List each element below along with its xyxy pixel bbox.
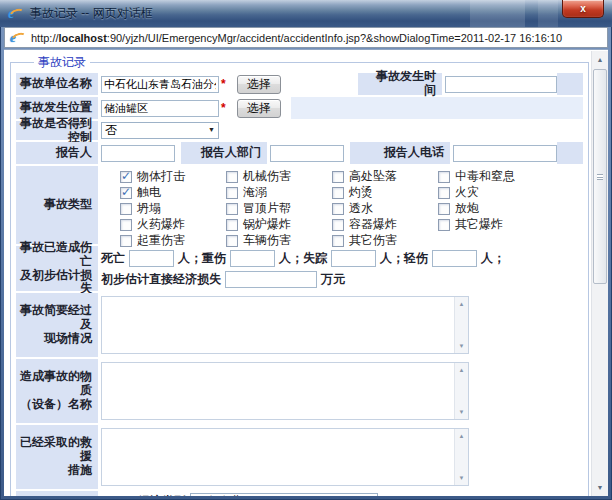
titlebar-glass-highlight xyxy=(470,0,525,27)
required-asterisk: * xyxy=(221,77,229,91)
accident-type-item: ✓ 锅炉爆炸 xyxy=(226,217,332,232)
textarea-scrollbar[interactable]: ▲ ▼ xyxy=(454,429,468,485)
ie-browser-icon: e xyxy=(8,6,24,22)
required-asterisk: * xyxy=(221,101,229,115)
accident-type-checkbox[interactable]: ✓ xyxy=(332,219,344,231)
scrollbar-up-button[interactable]: ▲ xyxy=(593,52,607,67)
economic-loss-line: 初步估计直接经济损失 万元 xyxy=(101,271,583,288)
accident-type-checkbox[interactable]: ✓ xyxy=(120,171,132,183)
accident-type-item: ✓ 机械伤害 xyxy=(226,169,332,184)
accident-type-checkbox[interactable]: ✓ xyxy=(120,187,132,199)
accident-type-item: ✓ 透水 xyxy=(332,201,438,216)
economy-type-select[interactable]: 国有企业 ▼ xyxy=(190,493,378,497)
serious-count-input[interactable] xyxy=(230,250,275,267)
reporter-dept-input[interactable] xyxy=(270,145,344,162)
textarea-scrollbar[interactable]: ▲ ▼ xyxy=(454,297,468,353)
close-button[interactable]: x xyxy=(562,0,604,18)
accident-type-checkbox[interactable]: ✓ xyxy=(332,171,344,183)
accident-type-item: ✓ 火灾 xyxy=(438,185,544,200)
scroll-up-icon[interactable]: ▲ xyxy=(455,430,468,442)
economy-type-row: 经济类型 国有企业 ▼ xyxy=(16,491,583,496)
dropdown-arrow-icon: ▼ xyxy=(208,126,215,133)
accident-type-item: ✓ 火药爆炸 xyxy=(120,217,226,232)
accident-type-checkbox[interactable]: ✓ xyxy=(226,203,238,215)
accident-type-item-label: 火灾 xyxy=(455,184,479,201)
accident-record-fieldset: 事故记录 事故单位名称 * 选择 事故发生时间 事故发生位置 * 选择 xyxy=(10,54,589,496)
controlled-select-value: 否 xyxy=(105,122,117,139)
accident-type-checkbox[interactable]: ✓ xyxy=(438,171,450,183)
rescue-label: 已经采取的救援措施 xyxy=(16,425,98,489)
material-textarea[interactable] xyxy=(102,363,454,419)
missing-count-input[interactable] xyxy=(331,250,376,267)
brief-label: 事故简要经过及现场情况 xyxy=(16,293,98,357)
accident-type-checkbox[interactable]: ✓ xyxy=(438,219,450,231)
dialog-window: e 事故记录 -- 网页对话框 x e http://localhost:90/… xyxy=(0,0,612,500)
brief-textarea-wrap: ▲ ▼ xyxy=(101,296,469,354)
accident-type-item-label: 冒顶片帮 xyxy=(243,200,291,217)
controlled-select[interactable]: 否 ▼ xyxy=(101,122,219,139)
accident-type-item: ✓ 冒顶片帮 xyxy=(226,201,332,216)
location-select-button[interactable]: 选择 xyxy=(237,99,281,118)
titlebar-glass-highlight xyxy=(538,0,558,27)
accident-type-checkbox[interactable]: ✓ xyxy=(226,219,238,231)
accident-type-checkbox[interactable]: ✓ xyxy=(226,187,238,199)
minor-label: 轻伤 xyxy=(404,250,428,267)
accident-type-item-label: 容器爆炸 xyxy=(349,216,397,233)
scroll-down-icon[interactable]: ▼ xyxy=(455,472,468,484)
accident-type-checkbox[interactable]: ✓ xyxy=(438,187,450,199)
accident-type-checkbox[interactable]: ✓ xyxy=(226,171,238,183)
scroll-down-icon[interactable]: ▼ xyxy=(455,340,468,352)
scroll-down-icon[interactable]: ▼ xyxy=(455,406,468,418)
accident-type-checkbox[interactable]: ✓ xyxy=(438,203,450,215)
occur-time-label: 事故发生时间 xyxy=(358,73,442,95)
unit-name-label: 事故单位名称 xyxy=(16,73,98,95)
scroll-up-icon[interactable]: ▲ xyxy=(455,298,468,310)
accident-type-checkbox[interactable]: ✓ xyxy=(332,235,344,247)
accident-type-checkbox[interactable]: ✓ xyxy=(332,187,344,199)
person-separator: 人； xyxy=(279,250,303,267)
location-input[interactable] xyxy=(101,100,219,117)
accident-type-item-label: 火药爆炸 xyxy=(137,216,185,233)
casualty-row: 事故已造成伤亡及初步估计损失 死亡 人； 重伤 人； 失踪 人； xyxy=(16,246,583,291)
scrollbar-down-button[interactable]: ▼ xyxy=(593,480,607,495)
death-label: 死亡 xyxy=(101,250,125,267)
unit-name-select-button[interactable]: 选择 xyxy=(237,75,281,94)
textarea-scrollbar[interactable]: ▲ ▼ xyxy=(454,363,468,419)
accident-type-checkbox[interactable]: ✓ xyxy=(120,203,132,215)
brief-textarea[interactable] xyxy=(102,297,454,353)
dialog-scrollbar[interactable]: ▲ ▼ xyxy=(591,51,608,496)
accident-type-checkbox[interactable]: ✓ xyxy=(120,219,132,231)
location-row: 事故发生位置 * 选择 xyxy=(16,97,583,119)
unit-name-row: 事故单位名称 * 选择 事故发生时间 xyxy=(16,73,583,95)
close-icon: x xyxy=(580,3,586,14)
accident-type-label: 事故类型 xyxy=(16,166,98,244)
accident-type-item: ✓ 容器爆炸 xyxy=(332,217,438,232)
person-separator: 人； xyxy=(380,250,404,267)
row-filler xyxy=(557,142,583,164)
casualty-content: 死亡 人； 重伤 人； 失踪 人； 轻伤 人； xyxy=(98,250,583,288)
serious-label: 重伤 xyxy=(202,250,226,267)
accident-type-item-label: 机械伤害 xyxy=(243,168,291,185)
accident-type-checkbox[interactable]: ✓ xyxy=(120,235,132,247)
economy-type-label: 经济类型 xyxy=(138,493,186,497)
death-count-input[interactable] xyxy=(129,250,174,267)
scroll-up-icon[interactable]: ▲ xyxy=(455,364,468,376)
accident-type-checkbox[interactable]: ✓ xyxy=(332,203,344,215)
window-title: 事故记录 -- 网页对话框 xyxy=(30,5,153,22)
accident-type-item-label: 坍塌 xyxy=(137,200,161,217)
reporter-phone-input[interactable] xyxy=(453,145,557,162)
economic-loss-input[interactable] xyxy=(225,271,317,288)
page-url: http://localhost:90/yjzh/UI/EmergencyMgr… xyxy=(31,32,562,44)
accident-type-item-label: 高处坠落 xyxy=(349,168,397,185)
rescue-textarea-wrap: ▲ ▼ xyxy=(101,428,469,486)
reporter-input[interactable] xyxy=(101,145,175,162)
occur-time-input[interactable] xyxy=(445,76,557,93)
accident-type-item: ✓ 触电 xyxy=(120,185,226,200)
unit-name-input[interactable] xyxy=(101,76,219,93)
accident-type-checkbox[interactable]: ✓ xyxy=(226,235,238,247)
economy-type-select-value: 国有企业 xyxy=(194,493,242,497)
scrollbar-thumb[interactable] xyxy=(593,69,607,284)
rescue-textarea[interactable] xyxy=(102,429,454,485)
minor-count-input[interactable] xyxy=(432,250,477,267)
controlled-label: 事故是否得到控制 xyxy=(16,121,98,140)
